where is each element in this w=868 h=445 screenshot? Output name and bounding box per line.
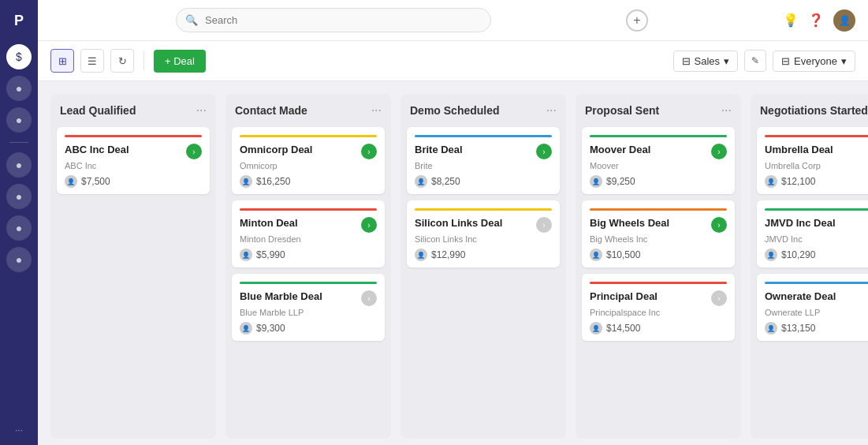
card-omnicorp[interactable]: Omnicorp Deal › Omnicorp 👤 $16,250 <box>232 127 385 194</box>
card-title-brite: Brite Deal <box>415 144 531 157</box>
toolbar: ⊞ ☰ ↻ + Deal ⊟ Sales ▾ ✎ ⊟ Everyone ▾ <box>38 41 868 81</box>
card-company-omnicorp: Omnicorp <box>240 161 377 170</box>
card-silicon-links[interactable]: Silicon Links Deal › Silicon Links Inc 👤… <box>407 200 560 267</box>
nav-right-icons: 💡 ❓ 👤 <box>783 9 855 32</box>
card-title-blue-marble: Blue Marble Deal <box>240 290 356 304</box>
card-owner-avatar-blue-marble: 👤 <box>240 322 252 335</box>
card-brite[interactable]: Brite Deal › Brite 👤 $8,250 <box>407 127 560 194</box>
card-title-omnicorp: Omnicorp Deal <box>240 144 356 157</box>
everyone-label: Everyone <box>794 55 837 67</box>
search-input[interactable] <box>176 8 491 32</box>
refresh-button[interactable]: ↻ <box>110 49 134 73</box>
card-big-wheels[interactable]: Big Wheels Deal › Big Wheels Inc 👤 $10,5… <box>582 200 735 267</box>
lightbulb-icon[interactable]: 💡 <box>783 13 799 28</box>
pipeline-chevron: ▾ <box>724 55 729 67</box>
card-jmvd[interactable]: JMVD Inc Deal › JMVD Inc 👤 $10,290 <box>757 200 868 267</box>
card-owner-avatar-silicon-links: 👤 <box>415 249 427 261</box>
kanban-view-button[interactable]: ⊞ <box>50 49 74 73</box>
card-accent-minton <box>240 208 377 211</box>
cards-proposal-sent: Moover Deal › Moover 👤 $9,250 Big Wheels… <box>576 124 741 439</box>
card-umbrella[interactable]: Umbrella Deal › Umbrella Corp 👤 $12,100 <box>757 127 868 194</box>
pipeline-filter[interactable]: ⊟ Sales ▾ <box>673 50 739 72</box>
card-accent-big-wheels <box>590 208 727 211</box>
card-company-brite: Brite <box>415 161 552 170</box>
card-blue-marble[interactable]: Blue Marble Deal › Blue Marble LLP 👤 $9,… <box>232 274 385 341</box>
edit-button[interactable]: ✎ <box>744 50 766 72</box>
user-avatar[interactable]: 👤 <box>833 9 855 32</box>
column-contact-made: Contact Made ··· Omnicorp Deal › Omnicor… <box>225 94 391 439</box>
sidebar-item-3[interactable]: ● <box>6 152 32 178</box>
card-accent-silicon-links <box>415 208 552 211</box>
column-title-contact-made: Contact Made <box>235 103 307 118</box>
card-company-moover: Moover <box>590 161 727 170</box>
card-arrow-brite[interactable]: › <box>536 144 552 159</box>
card-company-big-wheels: Big Wheels Inc <box>590 234 727 244</box>
column-menu-lead-qualified[interactable]: ··· <box>196 103 207 118</box>
card-company-jmvd: JMVD Inc <box>765 234 868 244</box>
everyone-filter[interactable]: ⊟ Everyone ▾ <box>773 50 855 72</box>
card-arrow-principal[interactable]: › <box>711 290 727 306</box>
main-content: 🔍 + 💡 ❓ 👤 ⊞ ☰ ↻ + Deal ⊟ Sales ▾ ✎ ⊟ <box>38 0 868 445</box>
column-negotiations-started: Negotiations Started ··· Umbrella Deal ›… <box>751 94 868 439</box>
card-arrow-blue-marble[interactable]: › <box>361 290 377 306</box>
search-bar: 🔍 <box>176 8 491 32</box>
card-principal[interactable]: Principal Deal › Principalspace Inc 👤 $1… <box>582 274 735 341</box>
cards-demo-scheduled: Brite Deal › Brite 👤 $8,250 Silicon Link… <box>400 124 566 439</box>
card-accent-umbrella <box>765 135 868 137</box>
card-company-umbrella: Umbrella Corp <box>765 161 868 170</box>
card-arrow-abc-inc[interactable]: › <box>186 144 202 159</box>
column-menu-contact-made[interactable]: ··· <box>371 103 382 118</box>
card-owner-avatar-principal: 👤 <box>590 322 602 335</box>
card-company-ownerate: Ownerate LLP <box>765 308 868 317</box>
card-title-silicon-links: Silicon Links Deal <box>415 217 531 230</box>
card-accent-jmvd <box>765 208 868 211</box>
card-value-big-wheels: $10,500 <box>606 249 640 260</box>
card-moover[interactable]: Moover Deal › Moover 👤 $9,250 <box>582 127 735 194</box>
column-demo-scheduled: Demo Scheduled ··· Brite Deal › Brite 👤 … <box>400 94 566 439</box>
card-value-ownerate: $13,150 <box>781 323 815 334</box>
sidebar-divider <box>9 142 28 143</box>
column-menu-demo-scheduled[interactable]: ··· <box>546 103 557 118</box>
sidebar-item-5[interactable]: ● <box>6 215 32 241</box>
column-title-negotiations-started: Negotiations Started <box>760 103 868 118</box>
card-title-principal: Principal Deal <box>590 290 706 304</box>
card-arrow-minton[interactable]: › <box>361 217 377 233</box>
list-view-button[interactable]: ☰ <box>80 49 104 73</box>
column-menu-proposal-sent[interactable]: ··· <box>721 103 732 118</box>
card-arrow-silicon-links[interactable]: › <box>536 217 552 233</box>
sidebar-item-2[interactable]: ● <box>6 107 32 133</box>
sidebar-item-deals[interactable]: $ <box>6 44 32 69</box>
card-title-moover: Moover Deal <box>590 144 706 157</box>
add-button[interactable]: + <box>626 9 648 32</box>
card-ownerate[interactable]: Ownerate Deal › Ownerate LLP 👤 $13,150 <box>757 274 868 341</box>
card-minton[interactable]: Minton Deal › Minton Dresden 👤 $5,990 <box>232 200 385 267</box>
sidebar: P $ ● ● ● ● ● ● ··· <box>0 0 38 445</box>
card-owner-avatar-abc-inc: 👤 <box>65 175 77 188</box>
card-arrow-moover[interactable]: › <box>711 144 727 159</box>
card-title-ownerate: Ownerate Deal <box>765 290 868 304</box>
card-owner-avatar-minton: 👤 <box>240 249 252 261</box>
sidebar-item-4[interactable]: ● <box>6 184 32 209</box>
card-arrow-omnicorp[interactable]: › <box>361 144 377 159</box>
sidebar-item-1[interactable]: ● <box>6 76 32 101</box>
pipeline-icon: ⊟ <box>682 55 691 67</box>
card-abc-inc[interactable]: ABC Inc Deal › ABC Inc 👤 $7,500 <box>57 127 210 194</box>
card-value-minton: $5,990 <box>256 249 285 260</box>
card-accent-brite <box>415 135 552 137</box>
card-company-principal: Principalspace Inc <box>590 308 727 317</box>
sidebar-item-6[interactable]: ● <box>6 247 32 272</box>
card-owner-avatar-jmvd: 👤 <box>765 249 777 261</box>
add-deal-button[interactable]: + Deal <box>154 50 206 73</box>
card-title-abc-inc: ABC Inc Deal <box>65 144 181 157</box>
cards-negotiations-started: Umbrella Deal › Umbrella Corp 👤 $12,100 … <box>751 124 868 439</box>
card-arrow-big-wheels[interactable]: › <box>711 217 727 233</box>
help-icon[interactable]: ❓ <box>808 13 824 28</box>
card-value-moover: $9,250 <box>606 176 635 187</box>
card-owner-avatar-omnicorp: 👤 <box>240 175 252 188</box>
card-title-minton: Minton Deal <box>240 217 356 230</box>
sidebar-more[interactable]: ··· <box>15 424 23 436</box>
pipeline-label: Sales <box>695 55 721 67</box>
column-title-lead-qualified: Lead Qualified <box>60 103 136 118</box>
card-value-abc-inc: $7,500 <box>81 176 110 187</box>
app-logo[interactable]: P <box>8 9 30 32</box>
